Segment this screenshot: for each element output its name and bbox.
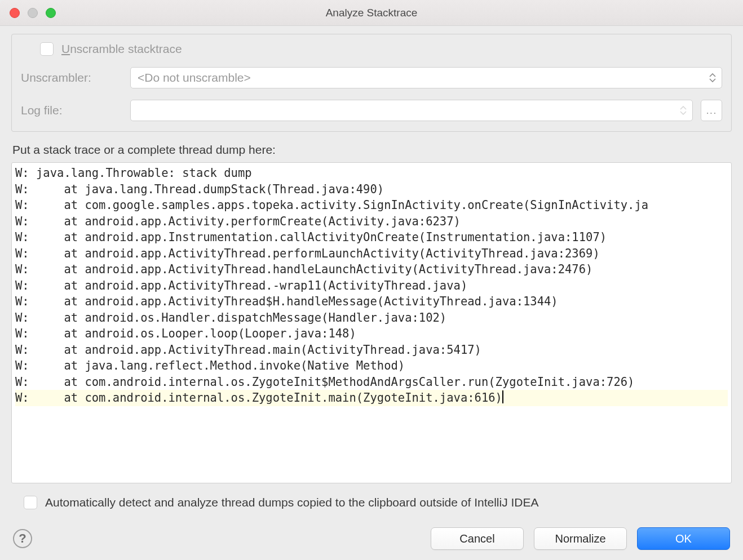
cancel-button[interactable]: Cancel (431, 527, 524, 550)
logfile-label: Log file: (21, 104, 122, 117)
titlebar: Analyze Stacktrace (0, 0, 743, 26)
ok-label: OK (675, 532, 692, 545)
maximize-window-button[interactable] (46, 8, 56, 18)
minimize-window-button[interactable] (28, 8, 38, 18)
unscramble-panel: Unscramble stacktrace Unscrambler: <Do n… (11, 34, 732, 132)
ellipsis-icon: ... (706, 104, 717, 117)
normalize-label: Normalize (555, 532, 605, 545)
auto-detect-row: Automatically detect and analyze thread … (11, 496, 732, 509)
stacktrace-textarea[interactable]: W: java.lang.Throwable: stack dump W: at… (11, 162, 732, 483)
browse-button[interactable]: ... (701, 100, 722, 121)
help-button[interactable]: ? (13, 529, 32, 548)
unscramble-checkbox-label: Unscramble stacktrace (61, 42, 182, 56)
button-bar: ? Cancel Normalize OK (11, 527, 732, 550)
cancel-label: Cancel (459, 532, 494, 545)
unscrambler-select[interactable]: <Do not unscramble> (130, 67, 722, 88)
dialog-content: Unscramble stacktrace Unscrambler: <Do n… (0, 26, 743, 560)
auto-detect-label: Automatically detect and analyze thread … (45, 496, 539, 509)
close-window-button[interactable] (10, 8, 20, 18)
chevron-updown-icon (680, 106, 687, 115)
instruction-label: Put a stack trace or a complete thread d… (11, 143, 732, 157)
logfile-input[interactable] (130, 100, 693, 121)
unscrambler-label: Unscrambler: (21, 71, 122, 85)
normalize-button[interactable]: Normalize (534, 527, 627, 550)
dialog-title: Analyze Stacktrace (0, 7, 743, 19)
help-icon: ? (19, 531, 26, 546)
unscrambler-value: <Do not unscramble> (138, 71, 251, 85)
dialog-window: Analyze Stacktrace Unscramble stacktrace… (0, 0, 743, 560)
window-controls (10, 8, 56, 18)
ok-button[interactable]: OK (637, 527, 730, 550)
auto-detect-checkbox[interactable] (24, 496, 37, 509)
chevron-updown-icon (709, 73, 716, 82)
unscramble-checkbox[interactable] (40, 42, 54, 56)
